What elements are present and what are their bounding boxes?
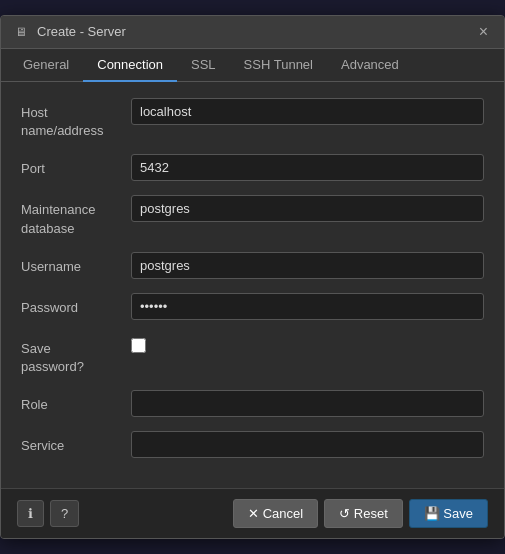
host-label: Hostname/address xyxy=(21,98,131,140)
title-bar-left: 🖥 Create - Server xyxy=(13,24,126,40)
service-label: Service xyxy=(21,431,131,455)
port-field-row: Port xyxy=(21,154,484,181)
password-label: Password xyxy=(21,293,131,317)
password-field-row: Password xyxy=(21,293,484,320)
role-field-row: Role xyxy=(21,390,484,417)
host-field-row: Hostname/address xyxy=(21,98,484,140)
footer-left: ℹ ? xyxy=(17,500,79,527)
tab-ssl[interactable]: SSL xyxy=(177,49,230,82)
save-password-field-row: Savepassword? xyxy=(21,334,484,376)
host-input[interactable] xyxy=(131,98,484,125)
tab-bar: General Connection SSL SSH Tunnel Advanc… xyxy=(1,49,504,82)
close-button[interactable]: × xyxy=(475,24,492,40)
dialog-footer: ℹ ? ✕ Cancel ↺ Reset 💾 Save xyxy=(1,488,504,538)
dialog-title: Create - Server xyxy=(37,24,126,39)
username-input[interactable] xyxy=(131,252,484,279)
port-label: Port xyxy=(21,154,131,178)
create-server-dialog: 🖥 Create - Server × General Connection S… xyxy=(0,15,505,539)
save-password-label: Savepassword? xyxy=(21,334,131,376)
save-password-checkbox[interactable] xyxy=(131,338,146,353)
password-input[interactable] xyxy=(131,293,484,320)
maintenance-label: Maintenancedatabase xyxy=(21,195,131,237)
maintenance-field-row: Maintenancedatabase xyxy=(21,195,484,237)
server-icon: 🖥 xyxy=(13,24,29,40)
service-field-row: Service xyxy=(21,431,484,458)
cancel-button[interactable]: ✕ Cancel xyxy=(233,499,318,528)
role-label: Role xyxy=(21,390,131,414)
footer-right: ✕ Cancel ↺ Reset 💾 Save xyxy=(233,499,488,528)
port-input[interactable] xyxy=(131,154,484,181)
form-content: Hostname/address Port Maintenancedatabas… xyxy=(1,82,504,488)
tab-general[interactable]: General xyxy=(9,49,83,82)
tab-advanced[interactable]: Advanced xyxy=(327,49,413,82)
tab-connection[interactable]: Connection xyxy=(83,49,177,82)
info-button[interactable]: ℹ xyxy=(17,500,44,527)
username-field-row: Username xyxy=(21,252,484,279)
maintenance-input[interactable] xyxy=(131,195,484,222)
save-button[interactable]: 💾 Save xyxy=(409,499,488,528)
username-label: Username xyxy=(21,252,131,276)
service-input[interactable] xyxy=(131,431,484,458)
save-password-checkbox-wrapper xyxy=(131,334,146,353)
title-bar: 🖥 Create - Server × xyxy=(1,16,504,49)
help-button[interactable]: ? xyxy=(50,500,79,527)
tab-ssh-tunnel[interactable]: SSH Tunnel xyxy=(230,49,327,82)
role-input[interactable] xyxy=(131,390,484,417)
reset-button[interactable]: ↺ Reset xyxy=(324,499,403,528)
